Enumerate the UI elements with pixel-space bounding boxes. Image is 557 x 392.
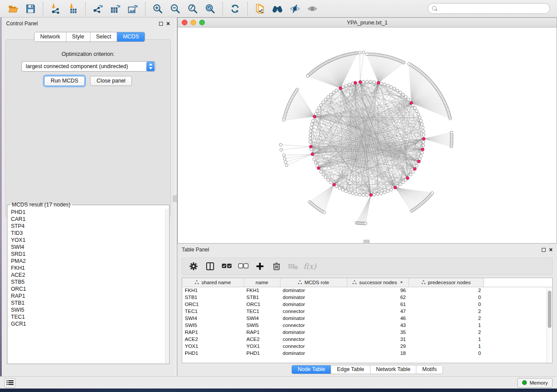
- hide-selected-button[interactable]: [287, 2, 302, 16]
- table-cell[interactable]: 47: [347, 308, 408, 315]
- network-node[interactable]: [402, 93, 405, 96]
- network-node[interactable]: [412, 170, 415, 173]
- network-node[interactable]: [313, 158, 316, 161]
- table-cell[interactable]: dominator: [280, 294, 347, 301]
- network-graph[interactable]: [178, 28, 557, 243]
- network-hub-node[interactable]: [394, 186, 397, 189]
- network-hub-node[interactable]: [317, 167, 320, 170]
- mcds-result-item[interactable]: TEC1: [11, 313, 165, 320]
- mcds-result-item[interactable]: YOX1: [11, 237, 165, 244]
- split-view-button[interactable]: [203, 260, 217, 273]
- close-panel-icon[interactable]: ×: [549, 248, 553, 252]
- table-cell[interactable]: ORC1: [244, 301, 280, 308]
- mcds-result-item[interactable]: GCR1: [11, 320, 165, 327]
- table-cell[interactable]: 0: [408, 294, 484, 301]
- network-node[interactable]: [402, 181, 405, 184]
- table-cell[interactable]: RAP1: [182, 329, 244, 336]
- optimization-criterion-select[interactable]: largest connected component (undirected): [21, 61, 156, 72]
- network-node[interactable]: [422, 130, 425, 133]
- network-node[interactable]: [408, 62, 411, 65]
- mcds-result-item[interactable]: SRD1: [11, 251, 165, 258]
- table-cell[interactable]: 29: [347, 343, 408, 350]
- network-hub-node[interactable]: [332, 183, 336, 186]
- refresh-layout-button[interactable]: [228, 2, 242, 16]
- network-node[interactable]: [358, 51, 361, 54]
- table-cell[interactable]: 1: [408, 322, 484, 329]
- network-node[interactable]: [338, 187, 341, 190]
- network-node[interactable]: [284, 161, 287, 164]
- open-file-button[interactable]: [6, 2, 21, 16]
- table-cell[interactable]: dominator: [280, 301, 347, 308]
- network-hub-node[interactable]: [309, 145, 312, 148]
- mcds-result-item[interactable]: RAP1: [11, 292, 165, 299]
- network-node[interactable]: [369, 80, 372, 83]
- network-node[interactable]: [399, 91, 402, 94]
- table-cell[interactable]: ACE2: [182, 336, 244, 343]
- column-settings-button[interactable]: [187, 260, 201, 273]
- import-network-button[interactable]: [48, 2, 63, 16]
- network-hub-node[interactable]: [311, 153, 314, 156]
- network-node[interactable]: [314, 161, 317, 164]
- zoom-out-button[interactable]: [168, 2, 183, 16]
- clone-network-button[interactable]: [253, 2, 267, 16]
- network-node[interactable]: [324, 176, 327, 179]
- mcds-result-item[interactable]: SWI4: [11, 244, 165, 251]
- deselect-all-button[interactable]: [236, 260, 250, 273]
- table-cell[interactable]: connector: [280, 336, 347, 343]
- network-node[interactable]: [419, 120, 422, 123]
- table-row[interactable]: TEC1TEC1connector472: [182, 308, 552, 315]
- mcds-list-scrollbar[interactable]: [165, 209, 169, 363]
- network-node[interactable]: [329, 181, 332, 184]
- zoom-in-button[interactable]: [150, 2, 165, 16]
- network-node[interactable]: [407, 98, 410, 101]
- table-cell[interactable]: dominator: [280, 329, 347, 336]
- export-table-button[interactable]: [108, 2, 123, 16]
- table-cell[interactable]: 62: [347, 294, 408, 301]
- table-cell[interactable]: SWI4: [244, 315, 280, 322]
- network-node[interactable]: [364, 222, 367, 225]
- network-node[interactable]: [419, 155, 422, 158]
- network-canvas[interactable]: [178, 28, 557, 243]
- table-row[interactable]: PHD1PHD1dominator180: [182, 350, 552, 357]
- network-hub-node[interactable]: [413, 167, 416, 170]
- tab-select[interactable]: Select: [90, 32, 118, 41]
- network-node[interactable]: [366, 80, 369, 83]
- network-node[interactable]: [311, 120, 315, 123]
- network-node[interactable]: [282, 118, 285, 121]
- network-node[interactable]: [387, 84, 390, 87]
- float-panel-icon[interactable]: [159, 22, 163, 26]
- network-node[interactable]: [413, 107, 416, 110]
- table-cell[interactable]: SWI5: [182, 322, 244, 329]
- network-node[interactable]: [309, 134, 312, 137]
- table-cell[interactable]: 61: [347, 301, 408, 308]
- network-hub-node[interactable]: [421, 148, 424, 151]
- network-node[interactable]: [422, 144, 425, 147]
- table-scrollbar[interactable]: [547, 287, 552, 363]
- network-node[interactable]: [390, 188, 393, 191]
- network-node[interactable]: [316, 110, 319, 113]
- network-node[interactable]: [393, 87, 396, 90]
- import-table-button[interactable]: [66, 2, 80, 16]
- table-row[interactable]: FKH1FKH1dominator962: [182, 287, 552, 294]
- table-cell[interactable]: PHD1: [182, 350, 244, 357]
- table-cell[interactable]: 18: [347, 350, 408, 357]
- show-all-button[interactable]: [305, 2, 320, 16]
- table-cell[interactable]: 46: [347, 315, 408, 322]
- table-cell[interactable]: TEC1: [182, 308, 244, 315]
- network-node[interactable]: [345, 190, 348, 193]
- network-node[interactable]: [306, 75, 309, 78]
- task-history-button[interactable]: [4, 378, 15, 388]
- table-cell[interactable]: FKH1: [182, 287, 244, 294]
- zoom-fit-button[interactable]: [185, 2, 200, 16]
- close-panel-button[interactable]: Close panel: [90, 76, 132, 86]
- table-cell[interactable]: STB1: [244, 294, 280, 301]
- network-hub-node[interactable]: [417, 160, 420, 163]
- export-network-button[interactable]: [90, 2, 105, 16]
- table-cell[interactable]: connector: [280, 322, 347, 329]
- mcds-result-item[interactable]: PHD1: [11, 209, 165, 216]
- delete-column-button[interactable]: [270, 260, 284, 273]
- network-node[interactable]: [383, 83, 386, 86]
- network-node[interactable]: [358, 193, 361, 196]
- table-cell[interactable]: 2: [408, 308, 484, 315]
- network-node[interactable]: [323, 211, 326, 214]
